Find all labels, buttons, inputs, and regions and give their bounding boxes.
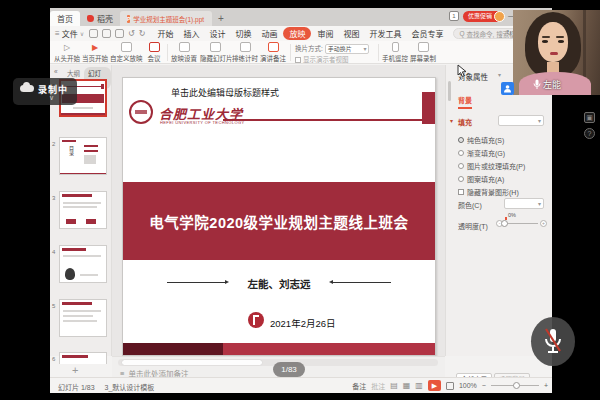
radio-icon[interactable] — [458, 137, 464, 143]
play-from-current-button[interactable]: ▶当页开始 — [82, 42, 108, 63]
ribbon-tab-transition[interactable]: 切换 — [231, 27, 255, 40]
print-icon[interactable] — [102, 29, 111, 38]
ribbon-tab-animation[interactable]: 动画 — [257, 27, 281, 40]
zoom-out-button[interactable]: − — [482, 382, 486, 389]
option-pattern-fill[interactable]: 图案填充(A) — [458, 174, 504, 184]
radio-icon[interactable] — [458, 150, 464, 156]
speaker-notes-button[interactable]: 演讲备注 — [260, 42, 286, 63]
comments-toggle[interactable]: 批注 — [371, 381, 385, 391]
slide-thumbnail-6[interactable] — [59, 352, 107, 364]
presenter-view-option[interactable]: 显示演示者视图 — [295, 54, 349, 64]
menu-bar: ≡ 文件 ∨ ↺ ↻ 开始 插入 设计 切换 动画 放映 审阅 视图 开发工具 — [50, 26, 552, 41]
slide-date: 2021年2月26日 — [270, 316, 335, 330]
show-settings-button[interactable]: 放映设置 — [170, 42, 198, 63]
screen-record-button[interactable]: 屏幕录制 — [410, 42, 436, 63]
float-panels-icon[interactable]: ▣ — [584, 112, 595, 123]
hide-slide-button[interactable]: 隐藏幻灯片 — [200, 42, 230, 63]
ribbon-tab-start[interactable]: 开始 — [153, 27, 177, 40]
tab-document[interactable]: P 学业规划主题班会(1).ppt — [120, 11, 212, 26]
sync-icon[interactable]: ↻ — [506, 29, 512, 37]
normal-view-icon[interactable]: ▤ — [390, 381, 398, 390]
rehearse-timing-button[interactable]: 排练计时 — [232, 42, 258, 63]
participant-name-row: 左能 — [533, 78, 561, 91]
window-switch-icon[interactable]: 1 — [449, 11, 459, 21]
radio-icon[interactable] — [458, 176, 464, 182]
tab-home[interactable]: 首页 — [50, 11, 80, 26]
thumb-number: 3 — [52, 195, 55, 201]
tab-home-label: 首页 — [57, 13, 73, 24]
slider-plus-icon[interactable]: + — [540, 220, 547, 227]
play-from-start-button[interactable]: ▷从头开始 — [54, 42, 80, 63]
transition-mode-dropdown[interactable]: 手动换片 — [325, 44, 369, 54]
status-bar: 幻灯片 1/83 3_默认设计模板 备注 批注 ▤ ▦ ▥ ▶ 100% − + — [50, 377, 552, 393]
ribbon-tab-design[interactable]: 设计 — [205, 27, 229, 40]
undo-icon[interactable]: ↺ — [128, 29, 135, 38]
preview-icon[interactable] — [115, 29, 124, 38]
panel-scrollbar[interactable] — [448, 81, 451, 101]
ribbon-tab-member[interactable]: 会员专享 — [407, 27, 447, 40]
scrollbar-thumb[interactable] — [122, 360, 262, 365]
ribbon-tab-insert[interactable]: 插入 — [179, 27, 203, 40]
float-help-icon[interactable]: ? — [584, 128, 595, 139]
page-indicator-badge: 1/83 — [273, 362, 305, 377]
zoom-slider-handle[interactable] — [513, 382, 520, 389]
title-banner[interactable]: 电气学院2020级学业规划主题线上班会 — [123, 182, 435, 260]
corner-accent — [422, 92, 435, 124]
user-avatar[interactable] — [494, 11, 505, 22]
master-title-placeholder[interactable]: 单击此处编辑母版标题样式 — [171, 86, 279, 99]
reading-view-icon[interactable]: ▥ — [415, 381, 423, 390]
background-tab[interactable]: 背景 — [458, 95, 472, 109]
zoom-value[interactable]: 100% — [459, 382, 477, 389]
ribbon-tab-devtools[interactable]: 开发工具 — [365, 27, 405, 40]
zoom-slider[interactable] — [491, 385, 539, 386]
footer-bar-red — [223, 343, 435, 355]
fill-type-dropdown[interactable] — [498, 115, 544, 126]
checkbox-icon[interactable] — [458, 189, 464, 195]
slide[interactable]: 单击此处编辑母版标题样式 合肥工业大学 HEFEI UNIVERSITY OF … — [122, 77, 436, 356]
recording-indicator[interactable]: 录制中 ∨ — [13, 78, 77, 105]
new-tab-button[interactable]: + — [212, 11, 230, 26]
notes-toggle[interactable]: 备注 — [352, 381, 366, 391]
option-picture-fill[interactable]: 图片或纹理填充(P) — [458, 161, 525, 171]
save-icon[interactable] — [89, 29, 98, 38]
radio-icon[interactable] — [458, 163, 464, 169]
color-dropdown[interactable] — [504, 198, 544, 209]
ribbon-tab-view[interactable]: 视图 — [339, 27, 363, 40]
promo-badge[interactable]: 优惠促销 — [463, 11, 502, 22]
presenter-view-checkbox[interactable] — [295, 57, 301, 63]
slide-sorter-icon[interactable]: ▦ — [403, 381, 411, 390]
zoom-in-button[interactable]: + — [544, 382, 548, 389]
screen-record-icon — [418, 42, 429, 52]
phone-remote-button[interactable]: 手机遥控 — [382, 42, 408, 63]
fit-window-icon[interactable] — [446, 382, 454, 390]
slide-thumbnail-5[interactable] — [59, 299, 107, 337]
thumb-number: 5 — [52, 303, 55, 309]
section-expand-icon[interactable]: ▾ — [450, 117, 453, 124]
slideshow-play-button[interactable]: ▶ — [428, 380, 441, 391]
slide-thumbnail-3[interactable] — [59, 191, 107, 229]
slide-thumbnail-2[interactable]: 目录 — [59, 137, 107, 175]
panel-collapse-icon[interactable]: « — [54, 68, 58, 75]
option-solid-fill[interactable]: 纯色填充(S) — [458, 135, 504, 145]
tab-docer[interactable]: 稻壳 — [80, 11, 120, 26]
ribbon-tab-review[interactable]: 审阅 — [313, 27, 337, 40]
member-badge[interactable] — [501, 82, 514, 95]
ribbon-tab-slideshow[interactable]: 放映 — [283, 27, 311, 40]
custom-show-button[interactable]: 自定义放映 — [110, 42, 142, 63]
slide-thumbnail-4[interactable] — [59, 245, 107, 283]
slider-handle[interactable] — [501, 220, 508, 227]
chevron-down-icon[interactable]: ∨ — [49, 94, 54, 102]
redo-icon[interactable]: ↻ — [139, 29, 146, 38]
add-slide-button[interactable]: + — [72, 364, 78, 376]
opacity-slider[interactable] — [504, 223, 538, 224]
option-hide-background[interactable]: 隐藏背景图形(H) — [458, 187, 519, 197]
mute-mic-button[interactable] — [531, 317, 575, 366]
chevron-down-icon[interactable]: ▾ — [498, 71, 501, 78]
file-menu[interactable]: ≡ 文件 ∨ — [50, 28, 89, 39]
webcam-video[interactable]: 左能 — [513, 10, 600, 95]
meeting-button[interactable]: 会议 — [144, 42, 164, 63]
play-outline-icon: ▷ — [54, 42, 80, 53]
slide-title: 电气学院2020级学业规划主题线上班会 — [149, 211, 408, 232]
outline-tab[interactable]: 大纲 — [67, 68, 80, 78]
option-gradient-fill[interactable]: 渐变填充(G) — [458, 148, 505, 158]
